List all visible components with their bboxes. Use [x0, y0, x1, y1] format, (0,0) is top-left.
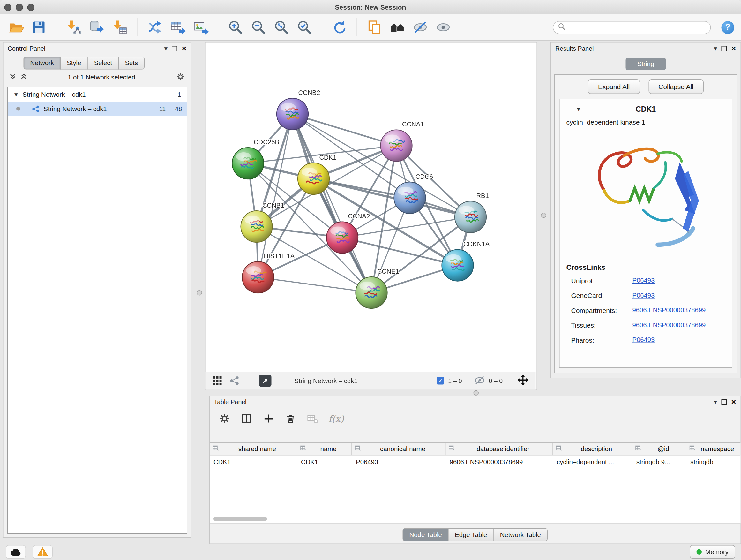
new-network-table-icon[interactable]: [169, 18, 187, 37]
table-cell[interactable]: 9606.ENSP00000378699: [446, 455, 553, 468]
network-edge[interactable]: [258, 277, 372, 293]
import-network-database-icon[interactable]: [88, 18, 106, 37]
update-network-icon[interactable]: [330, 18, 348, 37]
crosslink-link[interactable]: P06493: [632, 277, 655, 284]
table-cell[interactable]: cyclin–dependent ...: [553, 455, 632, 468]
search-box[interactable]: [553, 21, 711, 34]
maximize-panel-icon[interactable]: [722, 399, 727, 405]
entry-collapse-icon[interactable]: ▾: [577, 105, 581, 112]
hidden-eye-icon[interactable]: [475, 375, 485, 387]
network-edge[interactable]: [314, 179, 471, 217]
float-panel-icon[interactable]: ▾: [714, 45, 718, 52]
export-image-icon[interactable]: [192, 18, 210, 37]
search-input[interactable]: [569, 23, 705, 32]
import-table-file-icon[interactable]: [111, 18, 129, 37]
column-header-description[interactable]: description: [553, 442, 632, 455]
close-panel-icon[interactable]: ✕: [182, 45, 187, 52]
clone-network-icon[interactable]: [145, 18, 164, 37]
hide-graphics-details-icon[interactable]: [411, 18, 429, 37]
column-header-database-identifier[interactable]: database identifier: [446, 442, 553, 455]
zoom-in-icon[interactable]: [226, 18, 245, 37]
network-node-CDKN1A[interactable]: [442, 250, 474, 281]
tab-network-table[interactable]: Network Table: [493, 528, 548, 542]
crosslink-link[interactable]: P06493: [632, 336, 655, 344]
grid-view-icon[interactable]: [212, 375, 223, 386]
float-panel-icon[interactable]: ▾: [164, 45, 168, 52]
table-cell[interactable]: stringdb:9...: [632, 455, 686, 468]
memory-button[interactable]: Memory: [690, 545, 735, 559]
maximize-panel-icon[interactable]: [722, 46, 727, 51]
tab-node-table[interactable]: Node Table: [403, 528, 449, 542]
crosslink-link[interactable]: P06493: [632, 292, 655, 299]
network-node-RB1[interactable]: [455, 201, 486, 233]
tab-style[interactable]: Style: [60, 57, 88, 70]
table-cell[interactable]: stringdb: [686, 455, 740, 468]
warning-icon[interactable]: [32, 545, 53, 559]
column-header-namespace[interactable]: namespace: [686, 442, 740, 455]
table-cell[interactable]: CDK1: [297, 455, 352, 468]
annotations-icon[interactable]: [365, 18, 384, 37]
show-graphics-details-icon[interactable]: [434, 18, 453, 37]
fit-content-icon[interactable]: [517, 374, 529, 388]
float-panel-icon[interactable]: ▾: [714, 398, 718, 405]
column-header--id[interactable]: @id: [632, 442, 686, 455]
crosslink-link[interactable]: 9606.ENSP00000378699: [632, 321, 706, 329]
birdseye-toggle-icon[interactable]: ↗: [259, 374, 272, 387]
selected-checkbox-icon[interactable]: ✓: [436, 377, 444, 385]
tab-sets[interactable]: Sets: [118, 57, 145, 70]
close-panel-icon[interactable]: ✕: [731, 398, 736, 406]
table-row[interactable]: CDK1CDK1P064939606.ENSP00000378699cyclin…: [210, 455, 741, 468]
network-share-icon[interactable]: [229, 375, 240, 386]
network-node-CDC6[interactable]: [394, 182, 426, 213]
network-node-HIST1H1A[interactable]: [242, 261, 274, 293]
table-cell[interactable]: CDK1: [210, 455, 297, 468]
gear-icon[interactable]: [176, 71, 185, 83]
tree-row-collection[interactable]: ▾String Network – cdk11: [8, 87, 187, 102]
right-splitter-handle[interactable]: [541, 212, 546, 218]
tab-select[interactable]: Select: [87, 57, 119, 70]
expand-all-button[interactable]: Expand All: [588, 79, 639, 94]
network-node-CCNB1[interactable]: [241, 211, 273, 242]
horizontal-splitter-handle[interactable]: [474, 390, 479, 396]
column-header-canonical-name[interactable]: canonical name: [352, 442, 446, 455]
network-node-CCNA1[interactable]: [381, 130, 412, 162]
cloud-icon[interactable]: [6, 545, 26, 559]
birdseye-view-icon[interactable]: [388, 18, 407, 37]
horizontal-scrollbar[interactable]: [213, 517, 267, 521]
table-cell[interactable]: P06493: [352, 455, 446, 468]
network-node-CCNE1[interactable]: [356, 277, 387, 308]
add-column-icon[interactable]: [262, 413, 275, 425]
expand-all-icon[interactable]: [20, 73, 27, 81]
network-edge[interactable]: [293, 114, 372, 293]
import-network-file-icon[interactable]: [65, 18, 83, 37]
save-session-icon[interactable]: [30, 18, 48, 37]
table-gear-icon[interactable]: [218, 413, 231, 425]
collapse-all-button[interactable]: Collapse All: [649, 79, 704, 94]
left-splitter-handle[interactable]: [197, 290, 202, 296]
tab-network[interactable]: Network: [23, 57, 61, 70]
crosslink-row: Compartments:9606.ENSP00000378699: [563, 303, 728, 318]
open-session-icon[interactable]: [7, 18, 25, 37]
crosslink-link[interactable]: 9606.ENSP00000378699: [632, 307, 706, 314]
close-panel-icon[interactable]: ✕: [731, 45, 736, 52]
column-header-name[interactable]: name: [297, 442, 352, 455]
network-edge[interactable]: [293, 114, 397, 145]
tab-edge-table[interactable]: Edge Table: [448, 528, 494, 542]
network-node-CCNA2[interactable]: [327, 222, 358, 253]
network-node-CDC25B[interactable]: [232, 147, 264, 179]
collapse-all-icon[interactable]: [9, 73, 17, 81]
network-node-CCNB2[interactable]: [277, 98, 308, 130]
network-node-CDK1[interactable]: [298, 163, 329, 194]
tree-row-network[interactable]: String Network – cdk11148: [8, 102, 187, 116]
network-canvas[interactable]: CCNB2CCNA1CDC25BCDK1CDC6RB1CCNB1CCNA2CDK…: [205, 43, 536, 371]
show-columns-icon[interactable]: [240, 413, 253, 425]
column-header-shared-name[interactable]: shared name: [210, 442, 297, 455]
tab-string[interactable]: String: [626, 58, 666, 70]
tree-expand-icon[interactable]: ▾: [14, 91, 18, 98]
zoom-selected-icon[interactable]: [295, 18, 314, 37]
zoom-out-icon[interactable]: [250, 18, 268, 37]
maximize-panel-icon[interactable]: [172, 46, 178, 51]
help-icon[interactable]: ?: [722, 21, 735, 34]
delete-column-icon[interactable]: [284, 413, 297, 425]
zoom-fit-icon[interactable]: [273, 18, 291, 37]
